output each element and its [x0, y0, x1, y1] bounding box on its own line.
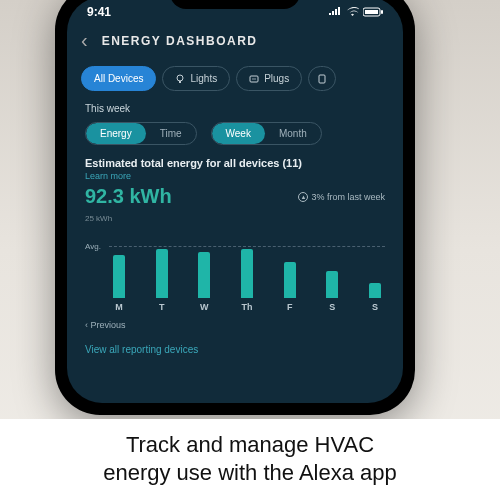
toggle-month[interactable]: Month — [265, 123, 321, 144]
learn-more-link[interactable]: Learn more — [85, 171, 385, 181]
status-time: 9:41 — [87, 5, 111, 19]
svg-rect-8 — [319, 75, 325, 83]
tab-lights[interactable]: Lights — [162, 66, 230, 91]
chart-xtick: S — [369, 302, 381, 312]
chart-bar — [284, 262, 296, 298]
chart-xtick: M — [113, 302, 125, 312]
marketing-caption: Track and manage HVAC energy use with th… — [0, 419, 500, 500]
tab-more[interactable] — [308, 66, 336, 91]
phone-screen: 9:41 ‹ ENERGY DASHBOARD All Devices Ligh… — [67, 0, 403, 403]
svg-point-7 — [254, 78, 255, 79]
chart-bar — [113, 255, 125, 298]
chart-xtick: T — [156, 302, 168, 312]
chart-xtick: S — [326, 302, 338, 312]
delta-text: 3% from last week — [311, 192, 385, 202]
status-icons — [328, 7, 383, 17]
page-header: ‹ ENERGY DASHBOARD — [67, 23, 403, 58]
svg-rect-2 — [381, 10, 383, 14]
svg-point-6 — [252, 78, 253, 79]
chart-bar — [369, 283, 381, 298]
period-toggle[interactable]: Week Month — [211, 122, 322, 145]
chart-bar — [326, 271, 338, 298]
bulb-icon — [175, 74, 185, 84]
svg-rect-5 — [250, 76, 258, 82]
tab-label: All Devices — [94, 73, 143, 84]
signal-icon — [328, 7, 342, 17]
chart-xtick: W — [198, 302, 210, 312]
page-title: ENERGY DASHBOARD — [102, 34, 258, 48]
delta-badge: ▲ 3% from last week — [298, 192, 385, 202]
toggle-row: Energy Time Week Month — [85, 122, 385, 145]
estimate-title: Estimated total energy for all devices (… — [85, 157, 385, 169]
chart-xtick: Th — [241, 302, 253, 312]
energy-section: This week Energy Time Week Month Estimat… — [67, 99, 403, 359]
chart-xaxis: MTWThFSS — [113, 302, 381, 312]
this-week-label: This week — [85, 103, 385, 114]
kwh-value: 92.3 kWh — [85, 185, 172, 208]
chart-bars — [113, 222, 381, 298]
plug-icon — [249, 74, 259, 84]
phone-frame: 9:41 ‹ ENERGY DASHBOARD All Devices Ligh… — [55, 0, 415, 415]
toggle-time[interactable]: Time — [146, 123, 196, 144]
view-all-link[interactable]: View all reporting devices — [85, 344, 385, 355]
kwh-row: 92.3 kWh ▲ 3% from last week — [85, 185, 385, 208]
caption-line2: energy use with the Alexa app — [103, 460, 397, 485]
device-tabs: All Devices Lights Plugs — [67, 58, 403, 99]
back-button[interactable]: ‹ — [81, 29, 88, 52]
tab-label: Plugs — [264, 73, 289, 84]
chart-bar — [156, 249, 168, 298]
energy-chart: 25 kWh Avg. MTWThFSS — [85, 214, 385, 312]
device-icon — [317, 74, 327, 84]
tab-all-devices[interactable]: All Devices — [81, 66, 156, 91]
toggle-energy[interactable]: Energy — [86, 123, 146, 144]
metric-toggle[interactable]: Energy Time — [85, 122, 197, 145]
up-arrow-icon: ▲ — [298, 192, 308, 202]
svg-rect-1 — [365, 10, 378, 14]
previous-link[interactable]: ‹ Previous — [85, 320, 385, 330]
wifi-icon — [346, 7, 359, 17]
chart-ylabel: 25 kWh — [85, 214, 112, 223]
phone-notch — [170, 0, 300, 9]
svg-point-3 — [177, 75, 183, 81]
chart-bar — [198, 252, 210, 298]
chart-avg-label: Avg. — [85, 242, 101, 251]
svg-rect-4 — [179, 81, 181, 83]
chart-bar — [241, 249, 253, 298]
chart-xtick: F — [284, 302, 296, 312]
tab-label: Lights — [190, 73, 217, 84]
tab-plugs[interactable]: Plugs — [236, 66, 302, 91]
caption-line1: Track and manage HVAC — [126, 432, 374, 457]
toggle-week[interactable]: Week — [212, 123, 265, 144]
battery-icon — [363, 7, 383, 17]
